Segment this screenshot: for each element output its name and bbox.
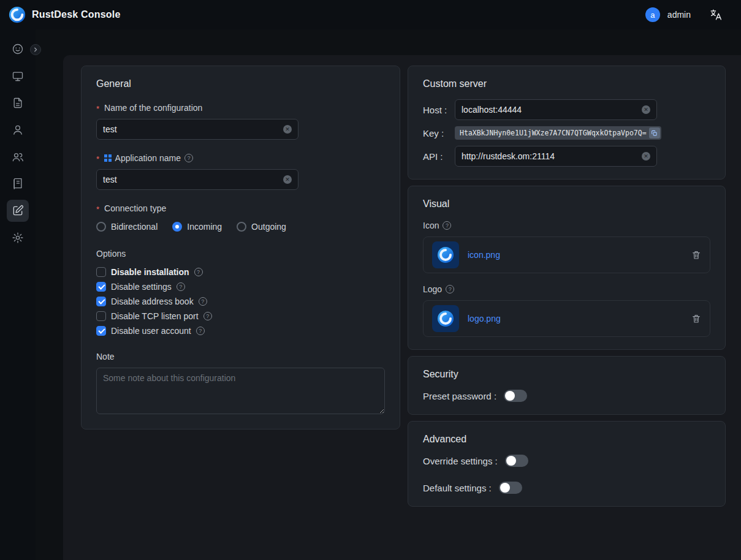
- preset-password-toggle[interactable]: [504, 390, 527, 402]
- radio-outgoing[interactable]: Outgoing: [237, 222, 286, 232]
- help-icon[interactable]: [196, 327, 205, 335]
- application-name-input[interactable]: [103, 175, 283, 184]
- help-icon[interactable]: [446, 285, 454, 293]
- radio-bidirectional[interactable]: Bidirectional: [96, 222, 158, 232]
- radio-circle[interactable]: [96, 222, 106, 232]
- checkbox-box[interactable]: [96, 297, 106, 306]
- checkbox-disable-settings[interactable]: Disable settings: [96, 282, 385, 292]
- options-label: Options: [96, 249, 385, 259]
- checkbox-disable-installation[interactable]: Disable installation: [96, 267, 385, 277]
- custom-server-title: Custom server: [423, 78, 710, 89]
- radio-circle[interactable]: [237, 222, 246, 232]
- key-label: Key :: [423, 128, 455, 138]
- security-title: Security: [423, 369, 710, 380]
- visual-card: Visual Icon: [408, 186, 726, 350]
- checkbox-disable-address-book[interactable]: Disable address book: [96, 297, 385, 306]
- connection-type-radio-group: Bidirectional Incoming Outgoing: [96, 222, 385, 232]
- sidebar-item-groups users-group-icon[interactable]: [7, 146, 29, 168]
- override-settings-toggle[interactable]: [505, 455, 528, 467]
- host-input[interactable]: [462, 105, 642, 115]
- preset-password-label: Preset password :: [423, 391, 496, 401]
- host-field: [455, 99, 657, 120]
- general-card-title: General: [96, 78, 385, 89]
- sidebar-item-audit audit-log-icon[interactable]: [7, 173, 29, 195]
- connection-type-label: Connection type: [96, 203, 385, 213]
- checkbox-box[interactable]: [96, 326, 106, 336]
- visual-title: Visual: [423, 199, 710, 210]
- sidebar-item-settings gear-icon[interactable]: [7, 227, 29, 249]
- help-icon[interactable]: [443, 221, 451, 230]
- key-value-chip: HtaXBkJNHyn0e1U1jWXze7A7CN7QTGWqxkOtpaVp…: [455, 126, 661, 140]
- override-settings-label: Override settings :: [423, 456, 498, 466]
- name-of-configuration-label: Name of the configuration: [96, 103, 385, 113]
- options-checkbox-list: Disable installation Disable settings Di: [96, 267, 385, 336]
- host-row: Host :: [423, 99, 710, 120]
- override-settings-row: Override settings :: [423, 455, 710, 467]
- logo-thumbnail: [432, 305, 459, 332]
- radio-circle[interactable]: [172, 222, 182, 232]
- body: General Name of the configuration Applic…: [0, 29, 741, 560]
- sidebar-item-status smiley-status-icon[interactable]: [7, 38, 29, 60]
- translate-icon[interactable]: [709, 8, 723, 21]
- sidebar-item-configurations edit-configuration-icon[interactable]: [7, 200, 29, 222]
- checkbox-box[interactable]: [96, 267, 106, 277]
- key-value: HtaXBkJNHyn0e1U1jWXze7A7CN7QTGWqxkOtpaVp…: [460, 129, 647, 137]
- application-name-field: [96, 169, 298, 190]
- icon-thumbnail: [432, 241, 459, 268]
- checkbox-disable-tcp-listen-port[interactable]: Disable TCP listen port: [96, 311, 385, 321]
- clear-icon[interactable]: [642, 105, 650, 114]
- trash-icon[interactable]: [691, 314, 701, 324]
- sidebar-item-users user-icon[interactable]: [7, 119, 29, 141]
- trash-icon[interactable]: [691, 250, 701, 260]
- default-settings-label: Default settings :: [423, 483, 492, 493]
- radio-incoming[interactable]: Incoming: [172, 222, 222, 232]
- default-settings-toggle[interactable]: [499, 482, 522, 494]
- user-name[interactable]: admin: [667, 10, 691, 20]
- checkbox-box[interactable]: [96, 282, 106, 292]
- advanced-title: Advanced: [423, 434, 710, 445]
- brand: RustDesk Console: [9, 6, 121, 23]
- sidebar: [0, 29, 36, 560]
- api-label: API :: [423, 151, 455, 162]
- help-icon[interactable]: [177, 282, 185, 291]
- header-right: a admin: [645, 7, 723, 22]
- help-icon[interactable]: [199, 297, 207, 306]
- general-card: General Name of the configuration Applic…: [81, 66, 400, 429]
- default-settings-row: Default settings :: [423, 482, 710, 494]
- configuration-name-field: [96, 119, 298, 140]
- configuration-name-input[interactable]: [103, 124, 283, 134]
- user-avatar[interactable]: a: [645, 7, 660, 22]
- rustdesk-logo-icon: [9, 6, 26, 23]
- app-title: RustDesk Console: [32, 9, 121, 20]
- help-icon[interactable]: [184, 154, 193, 162]
- help-icon[interactable]: [194, 268, 203, 276]
- note-textarea[interactable]: [96, 368, 385, 414]
- content-panel: General Name of the configuration Applic…: [63, 55, 741, 560]
- logo-upload-preview: logo.png: [423, 300, 710, 337]
- app-root: RustDesk Console a admin: [0, 0, 741, 560]
- api-field: [455, 146, 657, 167]
- logo-file-link[interactable]: logo.png: [468, 314, 691, 324]
- preset-password-row: Preset password :: [423, 390, 710, 402]
- application-name-label: Application name: [96, 153, 385, 163]
- note-label: Note: [96, 352, 385, 361]
- checkbox-box[interactable]: [96, 311, 106, 321]
- help-icon[interactable]: [203, 312, 212, 320]
- host-label: Host :: [423, 105, 455, 115]
- api-row: API :: [423, 146, 710, 167]
- icon-file-link[interactable]: icon.png: [468, 250, 691, 260]
- sidebar-expand-button chevron-right-icon[interactable]: [30, 44, 41, 55]
- security-card: Security Preset password :: [408, 356, 726, 415]
- header: RustDesk Console a admin: [0, 0, 741, 29]
- sidebar-item-documents document-icon[interactable]: [7, 92, 29, 114]
- api-input[interactable]: [462, 151, 642, 161]
- checkbox-disable-user-account[interactable]: Disable user account: [96, 326, 385, 336]
- advanced-card: Advanced Override settings : Default set…: [408, 421, 726, 507]
- clear-icon[interactable]: [642, 152, 650, 161]
- clear-icon[interactable]: [283, 125, 292, 134]
- key-row: Key : HtaXBkJNHyn0e1U1jWXze7A7CN7QTGWqxk…: [423, 126, 710, 140]
- main-content: General Name of the configuration Applic…: [36, 29, 741, 560]
- sidebar-item-devices monitor-icon[interactable]: [7, 65, 29, 87]
- copy-icon[interactable]: [649, 127, 660, 138]
- clear-icon[interactable]: [283, 175, 292, 184]
